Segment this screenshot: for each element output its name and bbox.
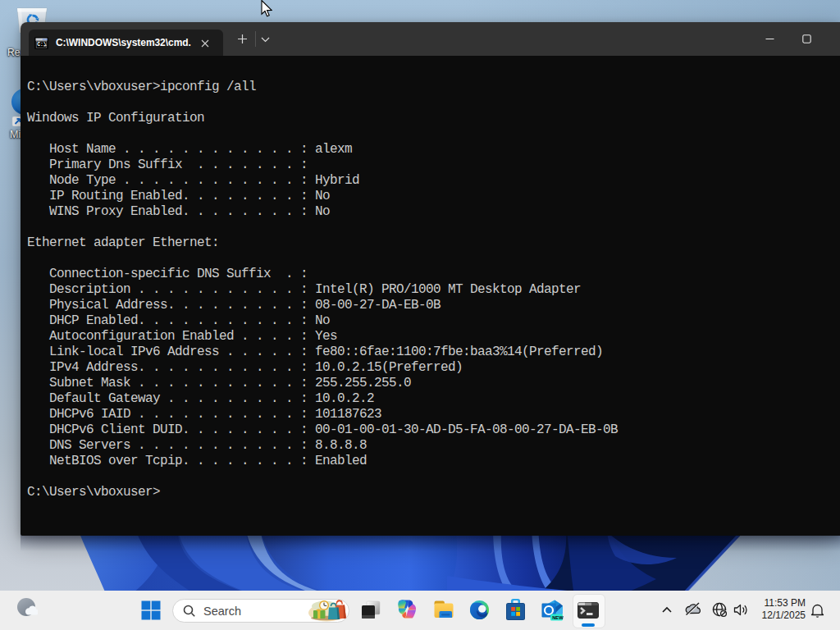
svg-text:NEW: NEW (552, 615, 564, 620)
svg-text:C:\: C:\ (37, 42, 47, 48)
